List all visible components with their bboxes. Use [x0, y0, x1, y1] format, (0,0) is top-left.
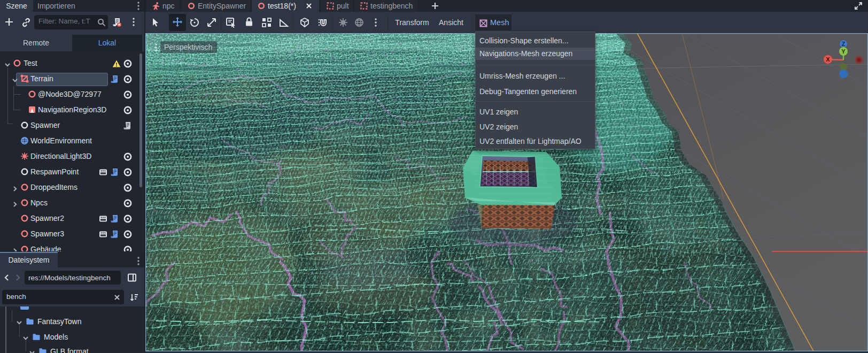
svg-text:Y: Y	[841, 48, 846, 55]
svg-text:X: X	[826, 56, 830, 63]
svg-text:Z: Z	[842, 41, 845, 47]
